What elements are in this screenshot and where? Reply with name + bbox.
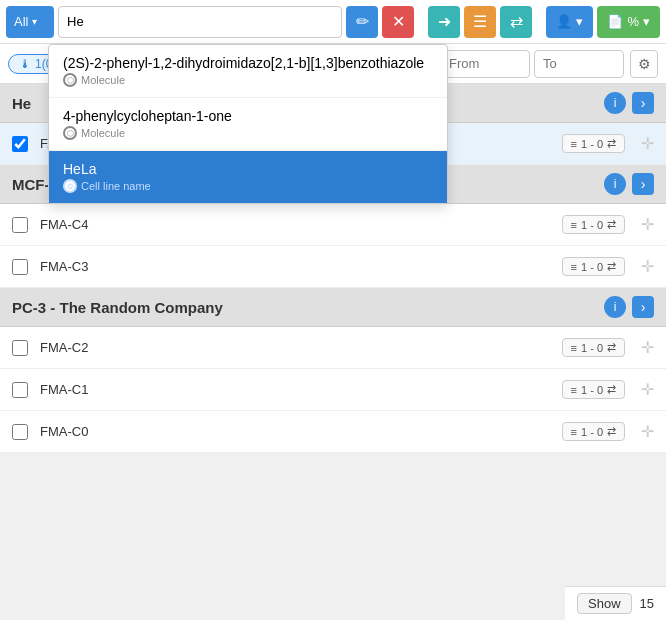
badge-value-mcf7-1: 1 - 0 — [581, 219, 603, 231]
autocomplete-item-3[interactable]: HeLa ✿ Cell line name — [49, 151, 447, 203]
row-checkbox-pc3-3[interactable] — [12, 424, 28, 440]
badge-share-icon-4: ⇄ — [607, 341, 616, 354]
drag-handle-hela-1[interactable]: ✛ — [641, 134, 654, 153]
toolbar: All ▾ ✏ ✕ ➜ ☰ ⇄ 👤 ▾ 📄 % ▾ — [0, 0, 666, 44]
edit-button[interactable]: ✏ — [346, 6, 378, 38]
list-icon: ☰ — [473, 12, 487, 31]
section-hela-title: He — [12, 95, 31, 112]
search-input[interactable] — [58, 6, 342, 38]
badge-value-pc3-1: 1 - 0 — [581, 342, 603, 354]
badge-value-pc3-3: 1 - 0 — [581, 426, 603, 438]
arrow-icon: ➜ — [438, 12, 451, 31]
filter-settings-button[interactable]: ⚙ — [630, 50, 658, 78]
from-input[interactable] — [440, 50, 530, 78]
badge-share-icon-3: ⇄ — [607, 260, 616, 273]
drag-handle-mcf7-2[interactable]: ✛ — [641, 257, 654, 276]
autocomplete-item-2[interactable]: 4-phenylcycloheptan-1-one Molecule — [49, 98, 447, 151]
badge-share-icon: ⇄ — [607, 137, 616, 150]
row-badge-pc3-2[interactable]: ≡ 1 - 0 ⇄ — [562, 380, 625, 399]
row-name-pc3-3: FMA-C0 — [40, 424, 562, 439]
arrow-button[interactable]: ➜ — [428, 6, 460, 38]
badge-share-icon-5: ⇄ — [607, 383, 616, 396]
row-checkbox-pc3-1[interactable] — [12, 340, 28, 356]
info-icon: i — [614, 96, 617, 110]
table-row: FMA-C4 ≡ 1 - 0 ⇄ ✛ — [0, 204, 666, 246]
row-checkbox-pc3-2[interactable] — [12, 382, 28, 398]
bottom-bar: Show 15 — [565, 586, 666, 620]
row-badge-mcf7-2[interactable]: ≡ 1 - 0 ⇄ — [562, 257, 625, 276]
badge-lines-icon: ≡ — [571, 138, 577, 150]
from-to-group — [440, 50, 624, 78]
thermometer-icon: 🌡 — [19, 57, 31, 71]
edit-icon: ✏ — [356, 12, 369, 31]
section-hela-actions: i › — [604, 92, 654, 114]
hela-chevron-button[interactable]: › — [632, 92, 654, 114]
chevron-right-icon-2: › — [641, 176, 646, 192]
section-pc3-header: PC-3 - The Random Company i › — [0, 288, 666, 327]
row-name-mcf7-2: FMA-C3 — [40, 259, 562, 274]
user-caret: ▾ — [576, 14, 583, 29]
row-badge-mcf7-1[interactable]: ≡ 1 - 0 ⇄ — [562, 215, 625, 234]
badge-lines-icon-6: ≡ — [571, 426, 577, 438]
clear-icon: ✕ — [392, 12, 405, 31]
drag-handle-pc3-2[interactable]: ✛ — [641, 380, 654, 399]
item-1-type: Molecule — [63, 73, 433, 87]
all-label: All — [14, 14, 28, 29]
badge-value-mcf7-2: 1 - 0 — [581, 261, 603, 273]
badge-lines-icon-3: ≡ — [571, 261, 577, 273]
pc3-info-button[interactable]: i — [604, 296, 626, 318]
all-dropdown[interactable]: All ▾ — [6, 6, 54, 38]
row-name-pc3-1: FMA-C2 — [40, 340, 562, 355]
table-row: FMA-C1 ≡ 1 - 0 ⇄ ✛ — [0, 369, 666, 411]
table-row: FMA-C3 ≡ 1 - 0 ⇄ ✛ — [0, 246, 666, 288]
badge-share-icon-2: ⇄ — [607, 218, 616, 231]
mcf7-info-button[interactable]: i — [604, 173, 626, 195]
autocomplete-dropdown: (2S)-2-phenyl-1,2-dihydroimidazo[2,1-b][… — [48, 44, 448, 204]
chevron-right-icon: › — [641, 95, 646, 111]
item-3-name: HeLa — [63, 161, 433, 177]
drag-handle-pc3-1[interactable]: ✛ — [641, 338, 654, 357]
section-mcf7-actions: i › — [604, 173, 654, 195]
row-badge-pc3-3[interactable]: ≡ 1 - 0 ⇄ — [562, 422, 625, 441]
export-icon: 📄 — [607, 14, 623, 29]
share-button[interactable]: ⇄ — [500, 6, 532, 38]
badge-value-pc3-2: 1 - 0 — [581, 384, 603, 396]
info-icon-2: i — [614, 177, 617, 191]
drag-handle-pc3-3[interactable]: ✛ — [641, 422, 654, 441]
row-badge-hela-1[interactable]: ≡ 1 - 0 ⇄ — [562, 134, 625, 153]
badge-value-hela-1: 1 - 0 — [581, 138, 603, 150]
molecule-icon-1 — [63, 73, 77, 87]
show-button[interactable]: Show — [577, 593, 632, 614]
row-name-pc3-2: FMA-C1 — [40, 382, 562, 397]
row-checkbox-hela-1[interactable] — [12, 136, 28, 152]
drag-handle-mcf7-1[interactable]: ✛ — [641, 215, 654, 234]
chevron-right-icon-3: › — [641, 299, 646, 315]
badge-lines-icon-2: ≡ — [571, 219, 577, 231]
to-input[interactable] — [534, 50, 624, 78]
autocomplete-item-1[interactable]: (2S)-2-phenyl-1,2-dihydroimidazo[2,1-b][… — [49, 45, 447, 98]
clear-button[interactable]: ✕ — [382, 6, 414, 38]
badge-lines-icon-5: ≡ — [571, 384, 577, 396]
settings-icon: ⚙ — [638, 56, 651, 72]
export-button[interactable]: 📄 % ▾ — [597, 6, 660, 38]
item-3-type: ✿ Cell line name — [63, 179, 433, 193]
page-count: 15 — [640, 596, 654, 611]
section-pc3-actions: i › — [604, 296, 654, 318]
molecule-icon-2 — [63, 126, 77, 140]
row-checkbox-mcf7-2[interactable] — [12, 259, 28, 275]
row-badge-pc3-1[interactable]: ≡ 1 - 0 ⇄ — [562, 338, 625, 357]
list-button[interactable]: ☰ — [464, 6, 496, 38]
user-icon: 👤 — [556, 14, 572, 29]
export-label: % — [627, 14, 639, 29]
pc3-chevron-button[interactable]: › — [632, 296, 654, 318]
row-name-mcf7-1: FMA-C4 — [40, 217, 562, 232]
info-icon-3: i — [614, 300, 617, 314]
mcf7-chevron-button[interactable]: › — [632, 173, 654, 195]
hela-info-button[interactable]: i — [604, 92, 626, 114]
item-2-type: Molecule — [63, 126, 433, 140]
export-caret: ▾ — [643, 14, 650, 29]
item-1-name: (2S)-2-phenyl-1,2-dihydroimidazo[2,1-b][… — [63, 55, 433, 71]
user-button[interactable]: 👤 ▾ — [546, 6, 593, 38]
row-checkbox-mcf7-1[interactable] — [12, 217, 28, 233]
badge-lines-icon-4: ≡ — [571, 342, 577, 354]
